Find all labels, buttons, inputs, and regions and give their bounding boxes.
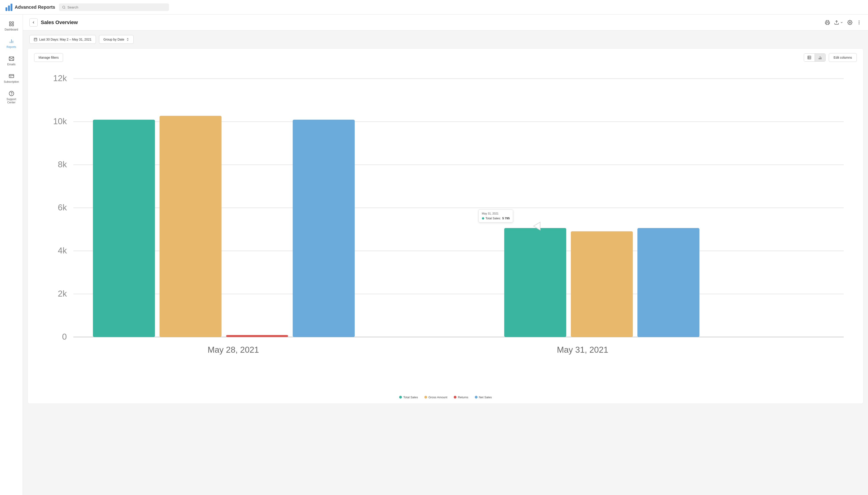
- bar-may28-total-sales: [93, 120, 155, 337]
- svg-line-10: [10, 59, 11, 60]
- chart-right-actions: Edit columns: [804, 53, 857, 62]
- filters-row: Last 30 Days: May 2 – May 31, 2021 Group…: [23, 31, 868, 48]
- sidebar-item-emails[interactable]: Emails: [1, 53, 22, 69]
- sidebar-item-support[interactable]: Support Center: [1, 88, 22, 107]
- search-icon: [62, 5, 66, 9]
- svg-rect-17: [826, 23, 829, 24]
- page-header-actions: [825, 20, 862, 25]
- manage-filters-label: Manage filters: [38, 56, 59, 59]
- bar-may28-net-sales: [293, 120, 355, 337]
- chart-toolbar: Manage filters: [34, 53, 857, 62]
- table-icon: [807, 55, 812, 59]
- page-header: Sales Overview: [23, 15, 868, 31]
- export-icon: [834, 20, 839, 25]
- chevron-down-icon: [840, 21, 843, 24]
- legend-label-total-sales: Total Sales: [403, 395, 418, 399]
- svg-line-11: [12, 59, 13, 60]
- svg-text:May 31, 2021: May 31, 2021: [557, 345, 608, 355]
- legend-dot-returns: [454, 396, 456, 398]
- svg-rect-27: [808, 56, 811, 59]
- page-header-left: Sales Overview: [29, 18, 78, 27]
- legend-item-net-sales: Net Sales: [475, 395, 492, 399]
- svg-point-22: [859, 24, 859, 24]
- date-filter-label: Last 30 Days: May 2 – May 31, 2021: [39, 38, 91, 41]
- manage-filters-button[interactable]: Manage filters: [34, 53, 63, 62]
- print-icon: [825, 20, 830, 25]
- emails-icon: [9, 56, 14, 62]
- svg-rect-23: [34, 38, 37, 41]
- group-by-button[interactable]: Group by Date: [99, 35, 134, 44]
- more-vertical-icon: [856, 20, 862, 25]
- edit-columns-label: Edit columns: [834, 56, 852, 59]
- back-button[interactable]: [29, 18, 38, 27]
- table-view-button[interactable]: [804, 54, 815, 62]
- svg-point-20: [859, 21, 859, 21]
- legend-dot-gross-amount: [424, 396, 427, 398]
- chart-wrapper: 12k 10k 8k 6k 4k 2k 0: [34, 66, 857, 393]
- dashboard-icon: [9, 21, 14, 27]
- svg-rect-2: [10, 22, 11, 23]
- legend-dot-net-sales: [475, 396, 478, 398]
- svg-text:10k: 10k: [53, 116, 67, 126]
- page-title: Sales Overview: [41, 19, 78, 25]
- group-by-label: Group by Date: [103, 38, 124, 41]
- sidebar-item-label: Emails: [7, 63, 15, 66]
- legend-dot-total-sales: [399, 396, 402, 398]
- sidebar-item-label: Subscription: [4, 80, 19, 83]
- date-filter-button[interactable]: Last 30 Days: May 2 – May 31, 2021: [29, 35, 96, 44]
- sidebar: Dashboard Reports Emails Subscripti: [0, 15, 23, 495]
- chart-legend: Total Sales Gross Amount Returns Net Sal…: [34, 395, 857, 399]
- edit-columns-button[interactable]: Edit columns: [829, 53, 857, 62]
- sidebar-item-reports[interactable]: Reports: [1, 36, 22, 51]
- support-icon: [9, 91, 14, 96]
- calendar-icon: [34, 38, 37, 41]
- topbar: Advanced Reports: [0, 0, 868, 15]
- logo-icon: [5, 4, 12, 11]
- bar-chart-svg: 12k 10k 8k 6k 4k 2k 0: [34, 66, 857, 392]
- back-arrow-icon: [32, 21, 35, 24]
- chart-container: Manage filters: [28, 48, 864, 404]
- bar-may28-gross-amount: [160, 116, 222, 337]
- svg-line-1: [64, 8, 65, 8]
- reports-icon: [9, 38, 14, 44]
- search-bar[interactable]: [59, 3, 169, 11]
- svg-point-19: [849, 22, 851, 23]
- svg-text:4k: 4k: [58, 246, 67, 255]
- sidebar-item-subscription[interactable]: Subscription: [1, 71, 22, 86]
- app-logo[interactable]: Advanced Reports: [5, 4, 55, 11]
- more-options-button[interactable]: [856, 20, 862, 25]
- legend-item-total-sales: Total Sales: [399, 395, 418, 399]
- sidebar-item-label: Dashboard: [4, 28, 18, 31]
- app-title: Advanced Reports: [15, 4, 55, 10]
- legend-label-returns: Returns: [458, 395, 468, 399]
- main-content: Sales Overview: [23, 15, 868, 495]
- bar-may31-total-sales: [504, 228, 566, 337]
- export-button[interactable]: [834, 20, 843, 25]
- svg-text:0: 0: [62, 332, 67, 341]
- sidebar-item-label: Support Center: [3, 98, 19, 104]
- settings-button[interactable]: [847, 20, 852, 25]
- svg-rect-3: [12, 22, 14, 23]
- svg-text:8k: 8k: [58, 159, 67, 169]
- svg-rect-5: [12, 24, 14, 26]
- gear-icon: [847, 20, 852, 25]
- legend-item-returns: Returns: [454, 395, 468, 399]
- chart-view-button[interactable]: [815, 54, 825, 62]
- subscription-icon: [9, 73, 14, 79]
- bar-chart-icon: [818, 55, 822, 59]
- svg-text:12k: 12k: [53, 73, 67, 83]
- sidebar-item-dashboard[interactable]: Dashboard: [1, 18, 22, 34]
- legend-label-gross-amount: Gross Amount: [429, 395, 447, 399]
- svg-point-16: [11, 95, 12, 95]
- svg-text:May 28, 2021: May 28, 2021: [207, 345, 259, 355]
- svg-point-0: [63, 6, 65, 8]
- svg-text:2k: 2k: [58, 289, 67, 298]
- legend-item-gross-amount: Gross Amount: [424, 395, 447, 399]
- chart-view-toggle: [804, 53, 825, 62]
- svg-rect-4: [10, 24, 11, 26]
- print-button[interactable]: [825, 20, 830, 25]
- svg-point-21: [859, 22, 859, 23]
- bar-may31-net-sales: [637, 228, 700, 337]
- search-input[interactable]: [67, 5, 166, 9]
- svg-text:6k: 6k: [58, 203, 67, 212]
